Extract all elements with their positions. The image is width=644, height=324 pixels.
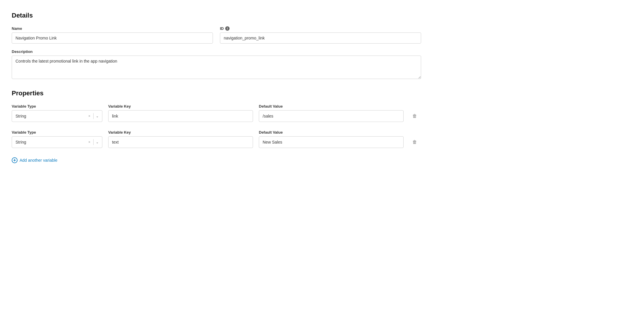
var1-type-chevron-icon[interactable]: ⌄ (95, 113, 100, 119)
name-id-row: Name ID i (12, 26, 421, 44)
select-divider (93, 113, 94, 119)
var1-type-value: String (16, 114, 87, 118)
var2-default-label: Default Value (259, 130, 404, 135)
var1-key-label: Variable Key (108, 104, 253, 108)
details-section: Details Name ID i Description Controls (12, 12, 421, 79)
var2-type-clear-icon[interactable]: × (87, 139, 92, 145)
id-input[interactable] (220, 32, 421, 44)
add-variable-icon: + (12, 157, 18, 163)
var2-type-select[interactable]: String × ⌄ (12, 136, 102, 148)
var1-default-label: Default Value (259, 104, 404, 108)
properties-title: Properties (12, 89, 421, 97)
description-field-group: Description Controls the latest promotio… (12, 49, 421, 79)
var2-key-label: Variable Key (108, 130, 253, 135)
var1-delete-button[interactable]: 🗑 (409, 110, 420, 122)
var1-type-group: Variable Type String × ⌄ (12, 104, 102, 122)
var1-key-group: Variable Key (108, 104, 253, 122)
name-label: Name (12, 26, 213, 31)
add-variable-button[interactable]: + Add another variable (12, 157, 57, 163)
var2-trash-icon: 🗑 (412, 139, 417, 145)
id-info-icon[interactable]: i (225, 26, 230, 31)
var1-default-group: Default Value (259, 104, 404, 122)
var2-type-value: String (16, 140, 87, 144)
var2-delete-button[interactable]: 🗑 (409, 136, 420, 148)
var1-type-select[interactable]: String × ⌄ (12, 110, 102, 122)
select-divider (93, 139, 94, 145)
var1-type-clear-icon[interactable]: × (87, 113, 92, 119)
var1-default-input[interactable] (259, 110, 404, 122)
var1-trash-icon: 🗑 (412, 113, 417, 119)
name-field-group: Name (12, 26, 213, 44)
page-container: Details Name ID i Description Controls (12, 12, 421, 163)
variable-row: Variable Type String × ⌄ Variable Key De… (12, 130, 421, 148)
var1-type-label: Variable Type (12, 104, 102, 108)
name-input[interactable] (12, 32, 213, 44)
var2-type-chevron-icon[interactable]: ⌄ (95, 139, 100, 145)
add-variable-label: Add another variable (20, 158, 57, 163)
id-label: ID i (220, 26, 421, 31)
variable-row: Variable Type String × ⌄ Variable Key De… (12, 104, 421, 122)
var2-type-group: Variable Type String × ⌄ (12, 130, 102, 148)
properties-section: Properties Variable Type String × ⌄ Vari… (12, 89, 421, 163)
description-input[interactable]: Controls the latest promotional link in … (12, 56, 421, 79)
id-field-group: ID i (220, 26, 421, 44)
var2-key-input[interactable] (108, 136, 253, 148)
var2-type-label: Variable Type (12, 130, 102, 135)
description-label: Description (12, 49, 421, 54)
var2-default-group: Default Value (259, 130, 404, 148)
details-title: Details (12, 12, 421, 19)
var2-default-input[interactable] (259, 136, 404, 148)
var1-key-input[interactable] (108, 110, 253, 122)
var2-key-group: Variable Key (108, 130, 253, 148)
